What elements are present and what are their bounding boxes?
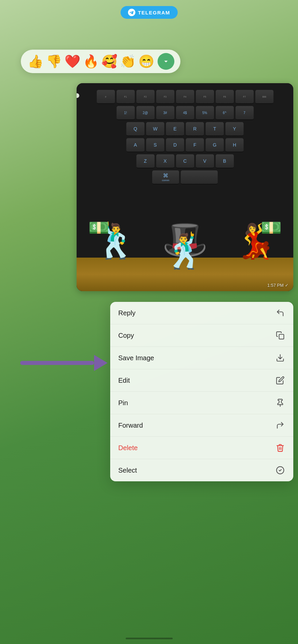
- emoji-reaction-bar: 👍 👎 ❤️ 🔥 🥰 👏 😁: [21, 50, 180, 73]
- svg-rect-0: [279, 334, 284, 339]
- timestamp-text: 1:57 PM: [267, 283, 284, 288]
- reaction-thumbs-up[interactable]: 👍: [27, 53, 44, 69]
- menu-delete-label: Delete: [118, 444, 138, 452]
- reaction-heart[interactable]: ❤️: [64, 53, 81, 69]
- read-checkmark: ✓: [285, 283, 289, 288]
- menu-item-delete[interactable]: Delete: [110, 437, 293, 459]
- select-icon: [275, 465, 285, 475]
- menu-select-label: Select: [118, 467, 137, 474]
- menu-copy-label: Copy: [118, 332, 134, 339]
- reaction-thumbs-down[interactable]: 👎: [45, 53, 62, 69]
- menu-edit-label: Edit: [118, 377, 130, 384]
- menu-item-copy[interactable]: Copy: [110, 324, 293, 347]
- context-menu: Reply Copy Save Image E: [110, 302, 293, 481]
- menu-reply-label: Reply: [118, 309, 135, 317]
- message-image: # F1 F2 F3 F4 F5 F6 F7 888 1! 2@ 3# 4$ 5…: [77, 83, 293, 291]
- home-indicator: [126, 638, 173, 639]
- delete-icon: [275, 443, 285, 453]
- reply-icon: [275, 308, 285, 318]
- forward-icon: [275, 420, 285, 430]
- menu-save-image-label: Save Image: [118, 354, 154, 362]
- menu-item-forward[interactable]: Forward: [110, 414, 293, 437]
- menu-item-save-image[interactable]: Save Image: [110, 347, 293, 369]
- menu-item-reply[interactable]: Reply: [110, 302, 293, 324]
- menu-item-select[interactable]: Select: [110, 459, 293, 481]
- reaction-hearts-face[interactable]: 🥰: [101, 53, 118, 69]
- menu-item-pin[interactable]: Pin: [110, 392, 293, 414]
- save-image-icon: [275, 353, 285, 363]
- menu-pin-label: Pin: [118, 399, 128, 407]
- reaction-clapping[interactable]: 👏: [119, 53, 136, 69]
- telegram-icon: [128, 9, 135, 16]
- arrow-pointer: [20, 355, 108, 371]
- arrow-shaft: [20, 361, 94, 365]
- menu-item-edit[interactable]: Edit: [110, 369, 293, 392]
- more-reactions-button[interactable]: [158, 53, 174, 70]
- message-timestamp: 1:57 PM ✓: [267, 283, 289, 288]
- menu-forward-label: Forward: [118, 422, 143, 429]
- reaction-fire[interactable]: 🔥: [82, 53, 99, 69]
- edit-icon: [275, 375, 285, 385]
- message-bubble: # F1 F2 F3 F4 F5 F6 F7 888 1! 2@ 3# 4$ 5…: [77, 83, 293, 291]
- dancers-sticker: 🕺 🎩 🕺 💃 💵 💵: [83, 184, 287, 291]
- arrow-head: [94, 355, 108, 371]
- pin-icon: [275, 398, 285, 408]
- reaction-grinning[interactable]: 😁: [138, 53, 155, 69]
- telegram-badge: TELEGRAM: [120, 6, 177, 19]
- telegram-label: TELEGRAM: [138, 10, 170, 15]
- copy-icon: [275, 330, 285, 340]
